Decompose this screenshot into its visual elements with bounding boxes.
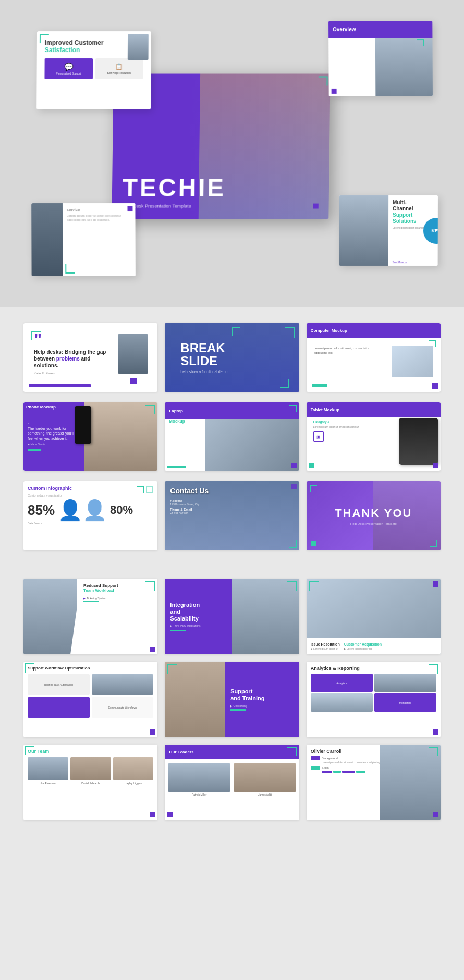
hero-side1-title1: Improved Customer xyxy=(45,39,104,46)
slide-tablet-title: Tablet Mockup xyxy=(311,407,339,412)
slide-row-5: Support Workflow Optimization Routine Ta… xyxy=(23,662,441,737)
hero-main-title: TECHIE xyxy=(123,173,319,202)
hero-side-slide-4: service Lorem ipsum dolor sit amet conse… xyxy=(31,203,136,276)
slide-team-member1: Joe Freeman xyxy=(28,781,68,785)
slide-break-title2: SLIDE xyxy=(180,354,283,367)
slide-infographic-pct2: 80% xyxy=(110,503,133,517)
slide-phone-author: Mario Garcia xyxy=(30,443,45,446)
slide-integration-t1: Integration xyxy=(170,602,200,608)
slide-leader1: Patrick Miller xyxy=(168,793,230,796)
slide-help-desks-author: Kaile Emilesen xyxy=(34,371,116,375)
slide-olivier-title: Olivier Carroll xyxy=(311,749,436,754)
slides-section-1: " Help desks: Bridging the gap between p… xyxy=(0,307,464,843)
slide-tablet-sub: Category A xyxy=(313,420,360,424)
slide-leaders-title: Our Leaders xyxy=(169,750,193,754)
slide-analytics-title: Analytics & Reporting xyxy=(311,666,436,671)
slide-contact-address: Address xyxy=(170,499,294,502)
slide-tablet-mockup[interactable]: Tablet Mockup Category A Lorem ipsum dol… xyxy=(307,402,441,471)
slide-olivier-sub2: Skills xyxy=(322,766,329,770)
hero-main-subtitle: Help Desk Presentation Template xyxy=(122,204,318,209)
slide-training-t2: and Training xyxy=(230,695,264,701)
hero-section: TECHIE Help Desk Presentation Template I… xyxy=(0,0,464,307)
slide-break[interactable]: BREAK SLIDE Let's show a functional demo xyxy=(165,323,299,392)
slide-break-sub: Let's show a functional demo xyxy=(180,370,283,374)
hero-side1-title2: Satisfaction xyxy=(45,46,80,54)
hero-side-slide-2: Overview xyxy=(328,21,433,96)
slide-support-workflow[interactable]: Support Workflow Optimization Routine Ta… xyxy=(23,662,157,737)
slide-support-training[interactable]: Support and Training ▶ Onboarding xyxy=(165,662,299,737)
slide-infographic-title: Custom Infographic xyxy=(28,486,72,491)
slide-reduced-t1: Reduced Support xyxy=(83,583,118,588)
hero-content: TECHIE Help Desk Presentation Template I… xyxy=(0,0,464,307)
slide-break-title1: BREAK xyxy=(180,341,283,354)
hero-side-slide-3: Multi- Channel Support Solutions Lorem i… xyxy=(339,195,438,266)
slide-integration-t3: Scalability xyxy=(170,615,198,622)
slide-contact-title: Contact Us xyxy=(170,487,294,495)
slide-thank-you-sub: Help Desk Presentation Template xyxy=(350,522,397,525)
slide-row-3: Custom Infographic Custom data visualiza… xyxy=(23,481,441,550)
slide-reduced-t2: Team Workload xyxy=(83,588,114,593)
slide-analytics-reporting[interactable]: Analytics & Reporting Analytics Monitori… xyxy=(307,662,441,737)
slide-custom-infographic[interactable]: Custom Infographic Custom data visualiza… xyxy=(23,481,157,550)
slide-issue-title: Issue Resolution xyxy=(311,642,340,646)
slide-training-t1: Support xyxy=(230,688,252,694)
slide-help-desks[interactable]: " Help desks: Bridging the gap between p… xyxy=(23,323,157,392)
slide-contact-us[interactable]: Contact Us Address 123 Business Street, … xyxy=(165,481,299,550)
hero-side1-label2: Self-Help Resources xyxy=(107,71,131,75)
slide-team-member3: Hayley Higgins xyxy=(113,781,154,785)
slide-issue-resolution[interactable]: Issue Resolution ▶ Lorem ipsum dolor sit… xyxy=(307,579,441,654)
slide-reduced-support[interactable]: Reduced Support Team Workload ▶ Ticketin… xyxy=(23,579,157,654)
slide-infographic-pct1: 85% xyxy=(28,502,55,518)
slide-our-leaders[interactable]: Our Leaders Patrick Miller James Addi xyxy=(165,745,299,820)
hero-side1-label1: Personalized Support xyxy=(56,72,81,75)
slide-customer-title: Customer Acquisition xyxy=(344,642,382,646)
hero-side3-t4: Solutions xyxy=(393,218,416,224)
slide-workflow-title: Support Workflow Optimization xyxy=(28,666,153,671)
slide-laptop-t1: Laptop xyxy=(169,408,183,413)
slide-row-4: Reduced Support Team Workload ▶ Ticketin… xyxy=(23,579,441,654)
slide-integration[interactable]: Integration and Scalability ▶ Third-Part… xyxy=(165,579,299,654)
slide-workflow-item2: Communicate Workflows xyxy=(92,697,154,718)
slide-row-2: " The harder you work for something, the… xyxy=(23,402,441,471)
hero-side3-t1: Multi- xyxy=(393,200,407,205)
slide-phone-title: Phone Mockup xyxy=(26,405,56,410)
slide-thank-you-title: THANK YOU xyxy=(335,506,412,520)
slide-thank-you[interactable]: THANK YOU Help Desk Presentation Templat… xyxy=(307,481,441,550)
slide-integration-t2: and xyxy=(170,609,180,615)
slide-contact-phone: Phone & Email xyxy=(170,508,294,511)
slide-our-team-title: Our Team xyxy=(28,749,153,754)
slide-phone-quote: The harder you work for something, the g… xyxy=(28,426,80,440)
slide-phone-mockup[interactable]: " The harder you work for something, the… xyxy=(23,402,157,471)
hero-side-slide-1: Improved Customer Satisfaction 💬 Persona… xyxy=(36,31,151,109)
slide-integration-item: Third-Party Integrations xyxy=(173,624,200,627)
slide-computer-title: Computer Mockup xyxy=(311,328,347,333)
slide-olivier-sub1: Background xyxy=(322,756,338,760)
slide-team-member2: Daniel Edwards xyxy=(70,781,111,785)
slide-workflow-item1: Routine Task Automation xyxy=(28,674,90,695)
slide-laptop-t2: Mockup xyxy=(169,419,185,424)
slide-row-1: " Help desks: Bridging the gap between p… xyxy=(23,323,441,392)
slide-our-team[interactable]: Our Team Joe Freeman Daniel Edwards Hayl… xyxy=(23,745,157,820)
hero-side2-title: Overview xyxy=(333,27,356,32)
slide-computer-mockup[interactable]: Computer Mockup Lorem ipsum dolor sit am… xyxy=(307,323,441,392)
slide-leader2: James Addi xyxy=(234,793,296,796)
slide-reduced-item: Ticketing System xyxy=(87,597,106,600)
slide-row-6: Our Team Joe Freeman Daniel Edwards Hayl… xyxy=(23,745,441,820)
slide-olivier-carroll[interactable]: Olivier Carroll Background Lorem ipsum d… xyxy=(307,745,441,820)
hero-side3-t2: Channel xyxy=(393,206,413,212)
slide-laptop-mockup[interactable]: Laptop Mockup xyxy=(165,402,299,471)
hero-side3-t3: Support xyxy=(393,212,412,218)
